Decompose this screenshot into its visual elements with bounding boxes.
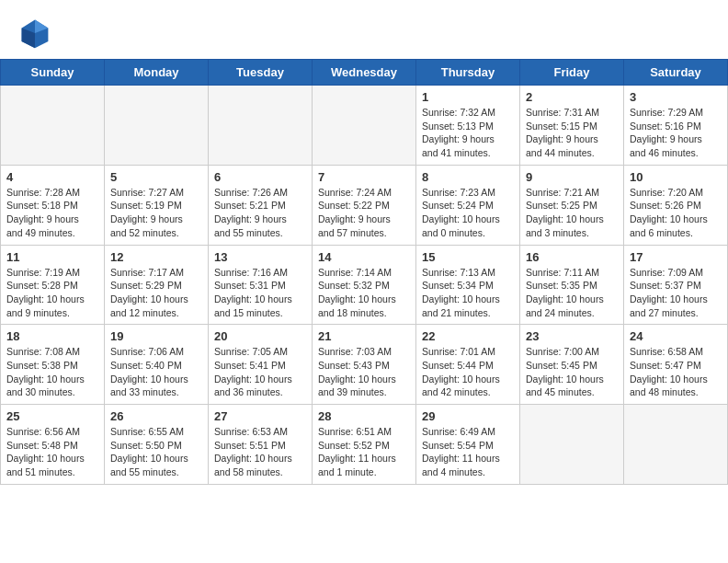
calendar-cell: 27Sunrise: 6:53 AMSunset: 5:51 PMDayligh… bbox=[209, 405, 313, 485]
day-info: Sunrise: 7:31 AMSunset: 5:15 PMDaylight:… bbox=[526, 106, 618, 160]
calendar-cell: 15Sunrise: 7:13 AMSunset: 5:34 PMDayligh… bbox=[416, 245, 520, 325]
day-number: 13 bbox=[214, 250, 306, 264]
day-number: 28 bbox=[318, 409, 410, 423]
day-info: Sunrise: 7:27 AMSunset: 5:19 PMDaylight:… bbox=[110, 186, 202, 240]
col-header-tuesday: Tuesday bbox=[209, 60, 313, 86]
calendar-cell: 26Sunrise: 6:55 AMSunset: 5:50 PMDayligh… bbox=[105, 405, 209, 485]
calendar-cell: 12Sunrise: 7:17 AMSunset: 5:29 PMDayligh… bbox=[105, 245, 209, 325]
calendar-cell: 14Sunrise: 7:14 AMSunset: 5:32 PMDayligh… bbox=[313, 245, 416, 325]
calendar-cell: 9Sunrise: 7:21 AMSunset: 5:25 PMDaylight… bbox=[520, 165, 624, 245]
day-info: Sunrise: 7:08 AMSunset: 5:38 PMDaylight:… bbox=[6, 345, 98, 399]
day-info: Sunrise: 7:26 AMSunset: 5:21 PMDaylight:… bbox=[214, 186, 306, 240]
day-info: Sunrise: 6:56 AMSunset: 5:48 PMDaylight:… bbox=[6, 425, 98, 479]
calendar-cell bbox=[624, 405, 728, 485]
day-number: 4 bbox=[6, 170, 98, 184]
day-info: Sunrise: 7:01 AMSunset: 5:44 PMDaylight:… bbox=[422, 345, 514, 399]
calendar-cell: 28Sunrise: 6:51 AMSunset: 5:52 PMDayligh… bbox=[313, 405, 416, 485]
day-info: Sunrise: 7:14 AMSunset: 5:32 PMDaylight:… bbox=[318, 266, 410, 320]
day-info: Sunrise: 7:11 AMSunset: 5:35 PMDaylight:… bbox=[526, 266, 618, 320]
day-number: 2 bbox=[526, 90, 618, 104]
calendar-week-row: 1Sunrise: 7:32 AMSunset: 5:13 PMDaylight… bbox=[1, 86, 728, 166]
day-number: 5 bbox=[110, 170, 202, 184]
day-info: Sunrise: 7:29 AMSunset: 5:16 PMDaylight:… bbox=[630, 106, 722, 160]
day-info: Sunrise: 6:58 AMSunset: 5:47 PMDaylight:… bbox=[630, 345, 722, 399]
day-info: Sunrise: 7:09 AMSunset: 5:37 PMDaylight:… bbox=[630, 266, 722, 320]
calendar-cell: 6Sunrise: 7:26 AMSunset: 5:21 PMDaylight… bbox=[209, 165, 313, 245]
calendar-cell bbox=[1, 86, 105, 166]
day-info: Sunrise: 7:21 AMSunset: 5:25 PMDaylight:… bbox=[526, 186, 618, 240]
day-number: 29 bbox=[422, 409, 514, 423]
day-number: 8 bbox=[422, 170, 514, 184]
day-info: Sunrise: 7:23 AMSunset: 5:24 PMDaylight:… bbox=[422, 186, 514, 240]
calendar-cell bbox=[520, 405, 624, 485]
calendar-cell bbox=[313, 86, 416, 166]
calendar-cell: 24Sunrise: 6:58 AMSunset: 5:47 PMDayligh… bbox=[624, 325, 728, 405]
day-number: 10 bbox=[630, 170, 722, 184]
calendar-cell: 4Sunrise: 7:28 AMSunset: 5:18 PMDaylight… bbox=[1, 165, 105, 245]
col-header-sunday: Sunday bbox=[1, 60, 105, 86]
day-number: 24 bbox=[630, 329, 722, 343]
day-number: 18 bbox=[6, 329, 98, 343]
col-header-saturday: Saturday bbox=[624, 60, 728, 86]
day-number: 14 bbox=[318, 250, 410, 264]
calendar-cell: 18Sunrise: 7:08 AMSunset: 5:38 PMDayligh… bbox=[1, 325, 105, 405]
col-header-thursday: Thursday bbox=[416, 60, 520, 86]
calendar-cell: 13Sunrise: 7:16 AMSunset: 5:31 PMDayligh… bbox=[209, 245, 313, 325]
calendar-cell: 5Sunrise: 7:27 AMSunset: 5:19 PMDaylight… bbox=[105, 165, 209, 245]
calendar-cell: 21Sunrise: 7:03 AMSunset: 5:43 PMDayligh… bbox=[313, 325, 416, 405]
day-info: Sunrise: 7:17 AMSunset: 5:29 PMDaylight:… bbox=[110, 266, 202, 320]
day-info: Sunrise: 6:53 AMSunset: 5:51 PMDaylight:… bbox=[214, 425, 306, 479]
day-info: Sunrise: 7:00 AMSunset: 5:45 PMDaylight:… bbox=[526, 345, 618, 399]
day-info: Sunrise: 7:24 AMSunset: 5:22 PMDaylight:… bbox=[318, 186, 410, 240]
day-number: 9 bbox=[526, 170, 618, 184]
day-info: Sunrise: 7:16 AMSunset: 5:31 PMDaylight:… bbox=[214, 266, 306, 320]
calendar-cell: 7Sunrise: 7:24 AMSunset: 5:22 PMDaylight… bbox=[313, 165, 416, 245]
calendar-cell: 25Sunrise: 6:56 AMSunset: 5:48 PMDayligh… bbox=[1, 405, 105, 485]
calendar-cell: 16Sunrise: 7:11 AMSunset: 5:35 PMDayligh… bbox=[520, 245, 624, 325]
calendar-header-row: SundayMondayTuesdayWednesdayThursdayFrid… bbox=[1, 60, 728, 86]
day-info: Sunrise: 6:55 AMSunset: 5:50 PMDaylight:… bbox=[110, 425, 202, 479]
col-header-monday: Monday bbox=[105, 60, 209, 86]
day-number: 19 bbox=[110, 329, 202, 343]
day-info: Sunrise: 7:06 AMSunset: 5:40 PMDaylight:… bbox=[110, 345, 202, 399]
calendar-cell bbox=[209, 86, 313, 166]
day-number: 7 bbox=[318, 170, 410, 184]
calendar-cell: 8Sunrise: 7:23 AMSunset: 5:24 PMDaylight… bbox=[416, 165, 520, 245]
day-number: 23 bbox=[526, 329, 618, 343]
day-info: Sunrise: 7:13 AMSunset: 5:34 PMDaylight:… bbox=[422, 266, 514, 320]
day-info: Sunrise: 6:49 AMSunset: 5:54 PMDaylight:… bbox=[422, 425, 514, 479]
day-info: Sunrise: 6:51 AMSunset: 5:52 PMDaylight:… bbox=[318, 425, 410, 479]
day-number: 1 bbox=[422, 90, 514, 104]
day-number: 12 bbox=[110, 250, 202, 264]
day-info: Sunrise: 7:28 AMSunset: 5:18 PMDaylight:… bbox=[6, 186, 98, 240]
day-info: Sunrise: 7:32 AMSunset: 5:13 PMDaylight:… bbox=[422, 106, 514, 160]
calendar-week-row: 25Sunrise: 6:56 AMSunset: 5:48 PMDayligh… bbox=[1, 405, 728, 485]
logo bbox=[18, 17, 55, 50]
day-number: 17 bbox=[630, 250, 722, 264]
calendar-cell: 29Sunrise: 6:49 AMSunset: 5:54 PMDayligh… bbox=[416, 405, 520, 485]
calendar-cell: 20Sunrise: 7:05 AMSunset: 5:41 PMDayligh… bbox=[209, 325, 313, 405]
calendar-cell bbox=[105, 86, 209, 166]
col-header-wednesday: Wednesday bbox=[313, 60, 416, 86]
day-info: Sunrise: 7:20 AMSunset: 5:26 PMDaylight:… bbox=[630, 186, 722, 240]
day-number: 26 bbox=[110, 409, 202, 423]
day-number: 11 bbox=[6, 250, 98, 264]
day-number: 27 bbox=[214, 409, 306, 423]
calendar-cell: 23Sunrise: 7:00 AMSunset: 5:45 PMDayligh… bbox=[520, 325, 624, 405]
day-number: 22 bbox=[422, 329, 514, 343]
day-number: 21 bbox=[318, 329, 410, 343]
col-header-friday: Friday bbox=[520, 60, 624, 86]
calendar-cell: 22Sunrise: 7:01 AMSunset: 5:44 PMDayligh… bbox=[416, 325, 520, 405]
calendar-table: SundayMondayTuesdayWednesdayThursdayFrid… bbox=[0, 59, 728, 485]
day-number: 6 bbox=[214, 170, 306, 184]
day-info: Sunrise: 7:19 AMSunset: 5:28 PMDaylight:… bbox=[6, 266, 98, 320]
day-number: 25 bbox=[6, 409, 98, 423]
calendar-week-row: 4Sunrise: 7:28 AMSunset: 5:18 PMDaylight… bbox=[1, 165, 728, 245]
day-number: 16 bbox=[526, 250, 618, 264]
day-number: 15 bbox=[422, 250, 514, 264]
day-number: 20 bbox=[214, 329, 306, 343]
calendar-week-row: 11Sunrise: 7:19 AMSunset: 5:28 PMDayligh… bbox=[1, 245, 728, 325]
day-info: Sunrise: 7:03 AMSunset: 5:43 PMDaylight:… bbox=[318, 345, 410, 399]
logo-icon bbox=[18, 17, 51, 50]
calendar-cell: 17Sunrise: 7:09 AMSunset: 5:37 PMDayligh… bbox=[624, 245, 728, 325]
